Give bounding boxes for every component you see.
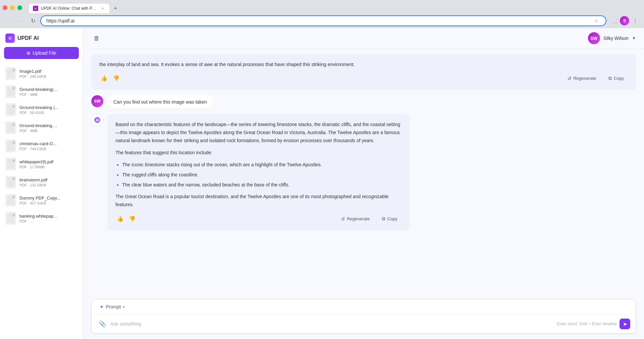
prompt-label: Prompt [106,304,121,309]
file-info: Ground-breaking.... PDF · 4MB [19,123,78,133]
file-icon [5,121,16,134]
regenerate-button[interactable]: ↺ Regenerate [563,73,600,83]
file-name: brainstorm.pdf [19,177,78,182]
browser-chrome: × − □ U UPDF AI Online: Chat with PDF × … [0,0,644,28]
user-message-text: Can you find out where this image was ta… [113,99,207,105]
copy-label-2: Copy [387,216,397,221]
browser-profile-avatar[interactable]: S [620,16,629,25]
ai-bullet-2: The rugged cliffs along the coastline. [122,171,401,178]
user-name: Silky Wilson [603,36,629,41]
copy-button-1[interactable]: ⧉ Copy [604,73,628,83]
browser-menu-button[interactable]: ⋮ [631,16,640,25]
extensions-button[interactable]: ⬜ [609,16,618,25]
file-list: Image1.pdf PDF · 246.62KB Ground-breakin… [0,63,83,339]
file-size: PDF · 4MB [19,93,78,97]
file-info: christmas-card-O... PDF · 749.51KB [19,141,78,151]
ai-response-actions: 👍 👎 ↺ Regenerate ⧉ Copy [115,214,401,224]
list-item[interactable]: christmas-card-O... PDF · 749.51KB [0,137,83,155]
file-info: banking.whitepap... PDF · ... [19,214,78,223]
upload-icon: ⊕ [27,50,31,56]
copy-icon-2: ⧉ [382,216,385,222]
list-item[interactable]: whitepaper(9).pdf PDF · 17.95MB [0,155,83,173]
window-maximize-button[interactable]: □ [17,5,22,10]
send-button[interactable]: ➤ [620,319,630,329]
bookmark-button[interactable]: ☆ [592,17,600,25]
upload-file-button[interactable]: ⊕ Upload File [4,47,79,59]
previous-response-card: the interplay of land and sea. It evokes… [91,54,636,90]
ai-thumbs-up-button[interactable]: 👍 [115,214,125,224]
chat-area[interactable]: the interplay of land and sea. It evokes… [83,49,644,295]
reload-button[interactable]: ↻ [28,16,38,25]
prompt-chevron-icon: ▾ [123,305,125,309]
user-avatar-small: SW [91,95,103,107]
tab-close-button[interactable]: × [100,6,105,11]
ai-regenerate-label: Regenerate [347,216,370,221]
file-icon [5,176,16,188]
prompt-dropdown-button[interactable]: ✦ Prompt ▾ [97,303,128,311]
input-area: ✦ Prompt ▾ 📎 Enter Send; Shift + Enter N… [83,295,644,339]
list-item[interactable]: banking.whitepap... PDF · ... [0,209,83,227]
svg-text:AI: AI [96,118,99,122]
list-item[interactable]: Image1.pdf PDF · 246.62KB [0,64,83,82]
list-item[interactable]: Ground-breaking (... PDF · 59.41KB [0,101,83,119]
file-icon [5,67,16,80]
app-name: UPDF AI [17,35,39,41]
file-name: whitepaper(9).pdf [19,159,78,164]
address-bar[interactable]: https://updf.ai ☆ [40,15,606,26]
window-close-button[interactable]: × [3,5,7,10]
updf-logo: U [5,34,15,43]
file-size: PDF · 59.41KB [19,111,78,115]
file-info: brainstorm.pdf PDF · 132.58KB [19,177,78,187]
file-name: Ground-breaking (... [19,105,78,110]
file-size: PDF · 749.51KB [19,147,78,151]
file-icon [5,194,16,207]
list-item[interactable]: Ground-breaking(... PDF · 4MB [0,82,83,101]
list-item[interactable]: Ground-breaking.... PDF · 4MB [0,119,83,137]
file-icon [5,158,16,170]
copy-icon-1: ⧉ [608,75,612,81]
chat-input[interactable] [110,320,554,328]
forward-button[interactable]: → [16,16,26,25]
copy-label-1: Copy [614,76,624,81]
file-name: Ground-breaking.... [19,123,78,128]
active-tab[interactable]: U UPDF AI Online: Chat with PDF × [29,4,109,13]
header-right: SW Silky Wilson ▼ [588,32,636,44]
ai-regenerate-button[interactable]: ↺ Regenerate [337,214,374,224]
window-controls: × − □ [3,5,22,10]
main-content: 🗑 SW Silky Wilson ▼ the interplay of lan… [83,28,644,339]
ai-thumbs-down-button[interactable]: 👎 [128,214,137,224]
attach-button[interactable]: 📎 [97,319,108,329]
ai-response-outro: The Great Ocean Road is a popular touris… [115,193,401,209]
sidebar-header: U UPDF AI [0,28,83,47]
header-left: 🗑 [91,33,102,44]
copy-button-2[interactable]: ⧉ Copy [378,214,401,224]
input-hint-text: Enter Send; Shift + Enter Newline [557,322,617,326]
user-message-bubble: Can you find out where this image was ta… [107,95,213,109]
back-button[interactable]: ← [4,16,13,25]
prompt-sparkle-icon: ✦ [100,304,104,309]
ai-response-features-title: The features that suggest this location … [115,149,401,157]
previous-response-text: the interplay of land and sea. It evokes… [99,61,628,68]
ai-bullet-3: The clear blue waters and the narrow, se… [122,181,401,188]
new-tab-button[interactable]: + [111,4,120,13]
file-size: PDF · 246.62KB [19,74,78,78]
list-item[interactable]: Dummy PDF_Copy... PDF · 427.41KB [0,191,83,209]
user-menu-chevron-icon[interactable]: ▼ [632,36,636,41]
file-info: Dummy PDF_Copy... PDF · 427.41KB [19,195,78,205]
regenerate-icon: ↺ [567,76,572,81]
ai-action-buttons: ↺ Regenerate ⧉ Copy [337,214,401,224]
thumbs-down-button[interactable]: 👎 [111,74,121,83]
ai-regenerate-icon: ↺ [341,216,345,222]
browser-extras: ⬜ S ⋮ [609,16,640,25]
ai-message-row: AI Based on the characteristic features … [91,114,636,230]
window-minimize-button[interactable]: − [10,5,15,10]
file-icon [5,139,16,152]
app-container: U UPDF AI ⊕ Upload File Image1.pdf PDF ·… [0,28,644,339]
file-icon [5,212,16,225]
delete-conversation-button[interactable]: 🗑 [91,33,102,44]
vote-actions: 👍 👎 [99,74,121,83]
file-info: Ground-breaking (... PDF · 59.41KB [19,105,78,115]
list-item[interactable]: brainstorm.pdf PDF · 132.58KB [0,173,83,191]
file-name: Image1.pdf [19,69,78,74]
thumbs-up-button[interactable]: 👍 [99,74,109,83]
